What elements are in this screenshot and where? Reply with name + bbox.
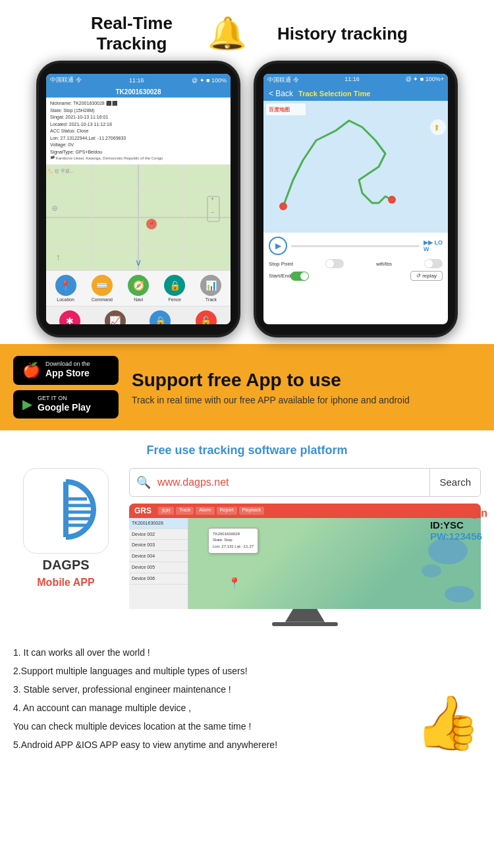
stop-point-row: Stop Point wifi/lbs <box>269 259 443 268</box>
features-section: 1. It can works all over the world ! 2.S… <box>0 633 494 767</box>
google-big-text: Google Play <box>38 401 91 413</box>
search-button[interactable]: Search <box>429 469 480 496</box>
mobile-app-label: Mobile APP <box>37 577 94 589</box>
demo-id: ID:YSC <box>430 519 487 531</box>
bell-icon: 🔔 <box>198 15 257 52</box>
feature-item-3: 3. Stable server, professional engineer … <box>13 680 481 699</box>
phone1-status-bar: 中国联通 令 11:16 @ ✦ ■ 100% <box>46 74 231 86</box>
apple-icon: 🍎 <box>22 362 40 379</box>
yellow-banner: 🍎 Download on the App Store ▶ GET IT ON … <box>0 344 494 430</box>
platform-right: 🔍 Search GRS 实时 Track Ala <box>129 468 481 626</box>
banner-text: Support free App to use Track in real ti… <box>132 369 481 406</box>
phone2-title-bar: < Back Track Selection Time <box>263 86 448 101</box>
phone1-title: TK2001630028 <box>46 86 231 98</box>
svg-point-17 <box>388 196 396 204</box>
url-input[interactable] <box>157 477 429 488</box>
gps-sidebar: TK2001630028 Device 002 Device 003 Devic… <box>129 518 188 609</box>
features-list: 1. It can works all over the world ! 2.S… <box>13 643 481 754</box>
demo-login-block: Demo login ID:YSC PW:123456 <box>430 507 487 542</box>
svg-text:−: − <box>211 209 214 216</box>
thumbs-up-icon: 👍 <box>415 692 481 754</box>
platform-title: Free use tracking software platform <box>13 444 481 457</box>
google-small-text: GET IT ON <box>38 395 91 401</box>
app-store-small-text: Download on the <box>45 361 90 367</box>
map-pin: 📍 <box>228 577 241 589</box>
top-section: Real-Time Tracking 🔔 History tracking 中国… <box>0 0 494 344</box>
history-label: History tracking <box>257 24 428 44</box>
phone-1-screen: 中国联通 令 11:16 @ ✦ ■ 100% TK2001630028 Nic… <box>46 74 231 324</box>
feature-item-4b: You can check multiple devices location … <box>13 717 481 736</box>
store-buttons: 🍎 Download on the App Store ▶ GET IT ON … <box>13 356 119 418</box>
feature-row: Real-Time Tracking 🔔 History tracking <box>7 13 487 54</box>
platform-content: DAGPS Mobile APP 🔍 Search GRS <box>13 468 481 626</box>
stop-point-toggle[interactable] <box>325 259 344 268</box>
app-icon-block: DAGPS Mobile APP <box>13 468 119 589</box>
phones-row: 中国联通 令 11:16 @ ✦ ■ 100% TK2001630028 Nic… <box>7 61 487 337</box>
gps-popup: TK2001630028 State: Stop Lon: 27.131 Lat… <box>208 528 258 554</box>
phone-2: 中国联通 令 11:16 @ ✦ ■ 100%+ < Back Track Se… <box>254 61 458 337</box>
phone2-status-bar: 中国联通 令 11:16 @ ✦ ■ 100%+ <box>263 74 448 86</box>
monitor-stand <box>285 609 325 622</box>
back-button[interactable]: < Back <box>269 89 293 98</box>
svg-point-16 <box>279 202 287 210</box>
monitor-container: GRS 实时 Track Alarm Report Playback <box>129 504 481 626</box>
wifi-lbs-toggle[interactable] <box>424 259 443 268</box>
banner-title: Support free App to use <box>132 369 481 391</box>
dagps-label: DAGPS <box>42 558 89 573</box>
app-store-big-text: App Store <box>45 367 90 379</box>
monitor-screen: GRS 实时 Track Alarm Report Playback <box>129 504 481 609</box>
svg-text:⬆: ⬆ <box>433 123 440 132</box>
svg-text:百度地图: 百度地图 <box>269 106 290 113</box>
phone1-action-buttons: 📍 Location ⌨️ Command 🧭 Navi 🔒 Fence <box>46 270 231 306</box>
phone-1: 中国联通 令 11:16 @ ✦ ■ 100% TK2001630028 Nic… <box>36 61 240 337</box>
google-play-icon: ▶ <box>22 396 32 412</box>
search-bar: 🔍 Search <box>129 468 481 497</box>
demo-pw: PW:123456 <box>430 531 487 542</box>
phone1-map: 🏷️ 壮 平原... 📍 ↑ ⊕ + − ∨ <box>46 165 231 270</box>
svg-text:🏷️ 壮 平原...: 🏷️ 壮 平原... <box>47 168 74 174</box>
banner-desc: Track in real time with our free APP ava… <box>132 395 481 405</box>
phone2-controls: ▶ ▶▶ LOW Stop Point wifi/lbs Start/End <box>263 233 448 287</box>
feature-item-4: 4. An account can manage multiple device… <box>13 699 481 717</box>
start-end-toggle[interactable] <box>290 272 309 281</box>
progress-bar[interactable] <box>291 245 420 247</box>
feature-item-2: 2.Support multiple languages and multipl… <box>13 662 481 680</box>
svg-text:↑: ↑ <box>56 252 61 262</box>
monitor-block: GRS 实时 Track Alarm Report Playback <box>129 504 481 626</box>
realtime-label: Real-Time Tracking <box>66 13 198 54</box>
dagps-icon <box>23 468 109 554</box>
svg-text:📍: 📍 <box>148 220 156 229</box>
search-icon: 🔍 <box>130 475 157 490</box>
demo-login-label: Demo login <box>430 507 487 519</box>
svg-rect-15 <box>263 101 448 233</box>
phone-2-screen: 中国联通 令 11:16 @ ✦ ■ 100%+ < Back Track Se… <box>263 74 448 324</box>
play-button[interactable]: ▶ <box>269 237 287 255</box>
phone1-action-buttons-2: ✱ Detail 📈 Mil 🔒 Defence 🔓 unDefence <box>46 306 231 324</box>
replay-button[interactable]: ↺ replay <box>410 271 443 281</box>
app-store-button[interactable]: 🍎 Download on the App Store <box>13 356 119 384</box>
svg-text:⊕: ⊕ <box>51 204 58 213</box>
phone2-map: 百度地图 ⬆ <box>263 101 448 233</box>
start-end-row: Start/End ↺ replay <box>269 271 443 281</box>
google-play-button[interactable]: ▶ GET IT ON Google Play <box>13 390 119 419</box>
feature-item-5: 5.Android APP &IOS APP easy to view anyt… <box>13 736 481 754</box>
platform-section: Free use tracking software platform <box>0 430 494 633</box>
feature-item-1: 1. It can works all over the world ! <box>13 643 481 662</box>
phone1-info: Nickname: TK2001630028 ⬛⬛ State: Stop (1… <box>46 98 231 165</box>
svg-rect-29 <box>26 471 66 550</box>
monitor-base <box>272 622 338 626</box>
